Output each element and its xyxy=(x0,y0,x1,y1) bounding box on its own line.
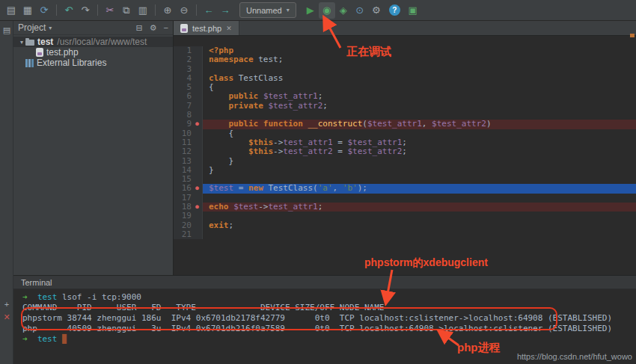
zoom-out-icon[interactable]: ⊖ xyxy=(176,2,192,19)
code-line[interactable]: 4class TestClass xyxy=(174,74,636,83)
edit-configurations-icon[interactable]: ⚙ xyxy=(368,2,385,19)
gutter-space xyxy=(193,111,201,120)
breakpoint-icon[interactable]: ● xyxy=(193,120,201,129)
tree-item-test-php[interactable]: test.php xyxy=(13,47,173,58)
gutter-space xyxy=(193,147,201,156)
gutter[interactable]: 13 xyxy=(174,157,203,166)
open-icon[interactable]: ▤ xyxy=(3,2,19,19)
code-line[interactable]: 19 xyxy=(174,212,636,220)
help-icon[interactable]: ? xyxy=(389,4,400,16)
debug-icon[interactable]: ◉ xyxy=(319,2,335,19)
terminal-line: ➜ test lsof -i tcp:9000 xyxy=(22,292,636,303)
chevron-down-icon[interactable]: ▾ xyxy=(18,39,25,46)
line-number: 6 xyxy=(174,92,193,101)
code-text[interactable] xyxy=(203,230,636,239)
run-icon[interactable]: ▶ xyxy=(302,2,319,19)
code-line[interactable]: 13 } xyxy=(174,157,636,166)
breakpoint-icon[interactable]: ● xyxy=(193,203,201,212)
coverage-icon[interactable]: ◈ xyxy=(335,2,352,19)
cut-icon[interactable]: ✂ xyxy=(102,2,118,19)
gutter[interactable]: 2 xyxy=(174,55,203,64)
code-line[interactable]: 2namespace test; xyxy=(174,55,636,64)
code-line[interactable]: 12 $this->test_attr2 = $test_attr2; xyxy=(174,147,636,156)
annotation-php-process: php进程 xyxy=(457,341,501,355)
code-text[interactable]: private $test_attr2; xyxy=(203,102,636,111)
code-line[interactable]: 7 private $test_attr2; xyxy=(174,102,636,111)
back-icon[interactable]: ← xyxy=(201,2,217,19)
code-text[interactable] xyxy=(203,212,636,220)
watermark: https://blog.csdn.net/hfut_wowo xyxy=(517,352,632,361)
forward-icon[interactable]: → xyxy=(217,2,233,19)
code-text[interactable]: echo $test->test_attr1; xyxy=(203,203,636,212)
code-line[interactable]: 21 xyxy=(174,230,636,239)
redo-icon[interactable]: ↷ xyxy=(77,2,94,19)
code-text[interactable]: namespace test; xyxy=(203,55,636,64)
gutter[interactable]: 12 xyxy=(174,147,203,156)
hide-panel-icon[interactable]: − xyxy=(164,23,168,33)
code-text[interactable]: $test = new TestClass('a', 'b'); xyxy=(203,184,636,193)
breakpoint-icon[interactable]: ● xyxy=(193,184,201,193)
undo-icon[interactable]: ↶ xyxy=(61,2,77,19)
library-icon xyxy=(25,59,28,67)
gutter-space xyxy=(193,102,201,111)
copy-icon[interactable]: ⧉ xyxy=(118,2,135,19)
tree-item-external-libraries[interactable]: External Libraries xyxy=(13,58,173,68)
gutter-space xyxy=(193,166,201,175)
collapse-all-icon[interactable]: ⊟ xyxy=(135,23,142,33)
code-line[interactable]: 20exit; xyxy=(174,221,636,230)
gutter[interactable]: 16● xyxy=(174,184,203,193)
tree-item-label: test xyxy=(37,37,53,47)
gutter[interactable]: 21 xyxy=(174,230,203,239)
tree-item-project-root[interactable]: ▾ test /usr/local/var/www/test xyxy=(13,37,173,47)
terminal-close-button[interactable]: ✕ xyxy=(1,311,13,323)
code-text[interactable]: exit; xyxy=(203,221,636,230)
main-toolbar: ▤▦⟳↶↷✂⧉▥⊕⊖←→Unnamed▾▶◉◈⊙⚙?▣ xyxy=(0,0,636,21)
error-stripe-mark[interactable] xyxy=(630,34,635,37)
gutter[interactable]: 19 xyxy=(174,212,203,220)
terminal-panel[interactable]: Terminal ➜ test lsof -i tcp:9000COMMAND … xyxy=(13,275,636,364)
code-editor[interactable]: 1<?php2namespace test;34class TestClass5… xyxy=(174,36,636,275)
gutter-space xyxy=(193,175,201,184)
settings-gear-icon[interactable]: ⚙ xyxy=(150,23,157,33)
gutter[interactable]: 9● xyxy=(174,120,203,129)
gutter-space xyxy=(193,157,201,166)
tree-item-label: External Libraries xyxy=(37,58,106,68)
zoom-in-icon[interactable]: ⊕ xyxy=(159,2,176,19)
gutter-space xyxy=(193,74,201,83)
tool-window-strip: ▤ + ✕ xyxy=(0,21,13,364)
sync-icon[interactable]: ⟳ xyxy=(36,2,52,19)
gutter-space xyxy=(193,65,201,74)
gutter-space xyxy=(193,221,201,230)
terminal-header[interactable]: Terminal xyxy=(13,276,636,289)
plugin-update-icon[interactable]: ▣ xyxy=(405,2,421,19)
gutter-space xyxy=(193,92,201,101)
terminal-add-tab-button[interactable]: + xyxy=(1,298,13,310)
code-text[interactable]: } xyxy=(203,157,636,166)
terminal-output[interactable]: ➜ test lsof -i tcp:9000COMMAND PID USER … xyxy=(13,289,636,345)
gutter-space xyxy=(193,230,201,239)
paste-icon[interactable]: ▥ xyxy=(135,2,151,19)
gutter-space xyxy=(193,138,201,147)
gutter-space xyxy=(193,46,201,55)
code-line[interactable]: 9● public function __construct($test_att… xyxy=(174,120,636,129)
annotation-debugging: 正在调试 xyxy=(346,45,391,59)
save-icon[interactable]: ▦ xyxy=(19,2,36,19)
code-text[interactable]: $this->test_attr2 = $test_attr2; xyxy=(203,147,636,156)
code-text[interactable]: } xyxy=(203,166,636,175)
chevron-down-icon[interactable]: ▾ xyxy=(49,25,52,31)
attach-debugger-icon[interactable]: ⊙ xyxy=(352,2,368,19)
run-config-select[interactable]: Unnamed▾ xyxy=(239,2,296,18)
gutter[interactable]: 6 xyxy=(174,92,203,101)
code-text[interactable]: class TestClass xyxy=(203,74,636,83)
line-number: 21 xyxy=(174,230,193,239)
code-line[interactable]: 14} xyxy=(174,166,636,175)
project-tool-button[interactable]: ▤ xyxy=(1,24,13,36)
code-text[interactable]: public function __construct($test_attr1,… xyxy=(203,120,636,129)
gutter-space xyxy=(193,212,201,220)
code-line[interactable]: 18●echo $test->test_attr1; xyxy=(174,203,636,212)
close-icon[interactable]: ✕ xyxy=(226,25,232,32)
toolbar-separator xyxy=(155,4,156,16)
code-line[interactable]: 16●$test = new TestClass('a', 'b'); xyxy=(174,184,636,193)
run-config-label: Unnamed xyxy=(246,6,282,15)
tab-test-php[interactable]: test.php ✕ xyxy=(174,21,239,35)
